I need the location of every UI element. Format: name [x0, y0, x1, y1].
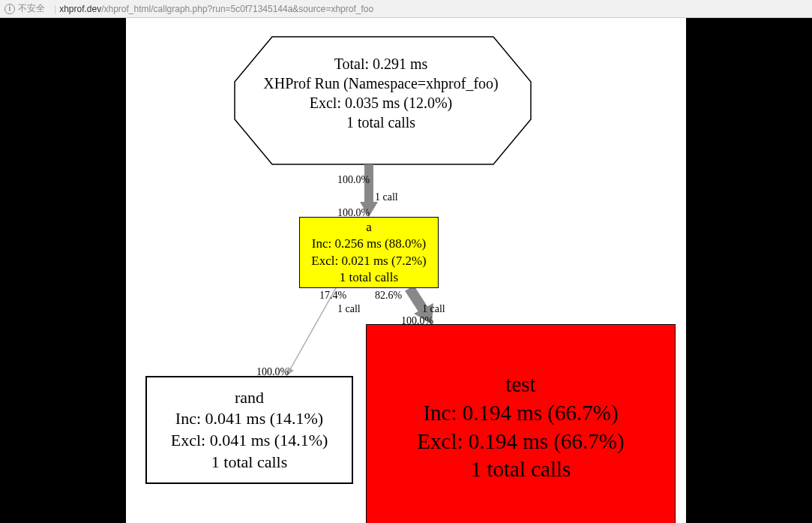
- browser-address-bar[interactable]: i 不安全 | xhprof.dev/xhprof_html/callgraph…: [0, 0, 812, 18]
- url-path: /xhprof_html/callgraph.php?run=5c0f71345…: [101, 4, 373, 14]
- node-test-excl: Excl: 0.194 ms (66.7%): [367, 428, 675, 456]
- edge-root-a-call: 1 call: [375, 191, 398, 203]
- node-a-name: a: [300, 219, 438, 236]
- url-bar[interactable]: xhprof.dev/xhprof_html/callgraph.php?run…: [59, 4, 808, 14]
- info-icon: i: [4, 4, 15, 14]
- security-badge: i 不安全: [4, 2, 45, 15]
- root-node[interactable]: Total: 0.291 ms XHProf Run (Namespace=xh…: [238, 54, 523, 132]
- url-separator: |: [54, 4, 56, 14]
- node-rand-calls: 1 total calls: [147, 452, 352, 473]
- security-text: 不安全: [18, 2, 45, 15]
- edge-a-rand-out: 17.4%: [319, 290, 346, 302]
- node-rand-excl: Excl: 0.041 ms (14.1%): [147, 430, 352, 452]
- edge-a-test-call: 1 call: [422, 303, 445, 315]
- root-namespace: XHProf Run (Namespace=xhprof_foo): [238, 74, 523, 93]
- node-rand-name: rand: [147, 387, 352, 409]
- node-a-inc: Inc: 0.256 ms (88.0%): [300, 236, 438, 252]
- url-domain: xhprof.dev: [59, 4, 101, 14]
- node-rand[interactable]: rand Inc: 0.041 ms (14.1%) Excl: 0.041 m…: [145, 376, 353, 484]
- edge-a-test-out: 82.6%: [375, 290, 402, 302]
- edge-a-rand-call: 1 call: [337, 303, 361, 315]
- root-excl: Excl: 0.035 ms (12.0%): [238, 93, 523, 113]
- node-a-calls: 1 total calls: [300, 269, 438, 286]
- node-test[interactable]: test Inc: 0.194 ms (66.7%) Excl: 0.194 m…: [366, 324, 676, 523]
- root-calls: 1 total calls: [238, 113, 523, 132]
- edge-root-a-out: 100.0%: [337, 174, 370, 186]
- node-rand-inc: Inc: 0.041 ms (14.1%): [147, 408, 352, 430]
- node-test-calls: 1 total calls: [367, 455, 675, 484]
- node-test-name: test: [367, 371, 675, 399]
- node-a-excl: Excl: 0.021 ms (7.2%): [300, 253, 438, 269]
- root-total: Total: 0.291 ms: [238, 54, 523, 74]
- node-a[interactable]: a Inc: 0.256 ms (88.0%) Excl: 0.021 ms (…: [299, 217, 439, 288]
- node-test-inc: Inc: 0.194 ms (66.7%): [367, 399, 675, 428]
- viewport: Total: 0.291 ms XHProf Run (Namespace=xh…: [0, 18, 812, 523]
- callgraph-canvas: Total: 0.291 ms XHProf Run (Namespace=xh…: [126, 18, 686, 523]
